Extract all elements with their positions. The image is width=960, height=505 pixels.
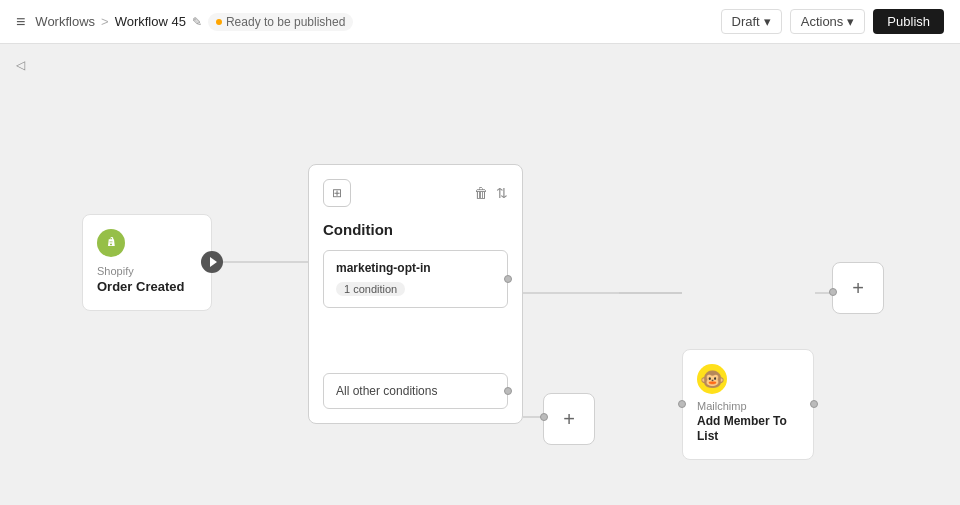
plus-mailchimp-left-dot <box>829 288 837 296</box>
condition-header: ⊞ 🗑 ⇅ <box>323 179 508 207</box>
mailchimp-label: Mailchimp <box>697 400 799 412</box>
condition-title: Condition <box>323 221 508 238</box>
mailchimp-node[interactable]: 🐵 Mailchimp Add Member To List <box>682 349 814 460</box>
topbar-left: ≡ Workflows > Workflow 45 ✎ Ready to be … <box>16 13 353 31</box>
condition-icon: ⊞ <box>332 186 342 200</box>
shopify-label: Shopify <box>97 265 197 277</box>
topbar-right: Draft ▾ Actions ▾ Publish <box>721 9 944 34</box>
status-badge: Ready to be published <box>208 13 353 31</box>
mailchimp-logo: 🐵 <box>697 364 727 394</box>
mailchimp-emoji: 🐵 <box>700 367 725 391</box>
edit-icon[interactable]: ✎ <box>192 15 202 29</box>
breadcrumb-sep: > <box>101 14 109 29</box>
condition-count-badge: 1 condition <box>336 282 405 296</box>
mailchimp-title: Add Member To List <box>697 414 799 445</box>
breadcrumb-workflows[interactable]: Workflows <box>35 14 95 29</box>
condition-delete-button[interactable]: 🗑 <box>474 185 488 201</box>
topbar: ≡ Workflows > Workflow 45 ✎ Ready to be … <box>0 0 960 44</box>
shopify-title: Order Created <box>97 279 197 296</box>
condition-sort-button[interactable]: ⇅ <box>496 185 508 201</box>
condition-header-actions: 🗑 ⇅ <box>474 185 508 201</box>
shopify-play-button[interactable] <box>201 251 223 273</box>
plus-mailchimp-node[interactable]: + <box>832 262 884 314</box>
shopify-node[interactable]: Shopify Order Created <box>82 214 212 311</box>
actions-button[interactable]: Actions ▾ <box>790 9 866 34</box>
status-label: Ready to be published <box>226 15 345 29</box>
mailchimp-left-dot <box>678 400 686 408</box>
collapse-button[interactable]: ◁ <box>12 56 29 74</box>
condition-node[interactable]: ⊞ 🗑 ⇅ Condition marketing-opt-in 1 condi… <box>308 164 523 424</box>
workflow-name: Workflow 45 <box>115 14 186 29</box>
condition-spacer <box>323 318 508 373</box>
plus-other-left-dot <box>540 413 548 421</box>
plus-other-node[interactable]: + <box>543 393 595 445</box>
condition-card-title: marketing-opt-in <box>336 261 495 275</box>
shopify-logo <box>97 229 125 257</box>
condition-card-2[interactable]: All other conditions <box>323 373 508 409</box>
card2-right-dot <box>504 387 512 395</box>
canvas-area: ◁ Shopify Order Created ⊞ <box>0 44 960 505</box>
condition-other-title: All other conditions <box>336 384 495 398</box>
shopify-icon <box>102 234 120 252</box>
condition-icons-left: ⊞ <box>323 179 351 207</box>
draft-button[interactable]: Draft ▾ <box>721 9 782 34</box>
mailchimp-right-dot <box>810 400 818 408</box>
card1-right-dot <box>504 275 512 283</box>
condition-card-1[interactable]: marketing-opt-in 1 condition <box>323 250 508 308</box>
menu-icon[interactable]: ≡ <box>16 13 25 31</box>
publish-button[interactable]: Publish <box>873 9 944 34</box>
status-dot <box>216 19 222 25</box>
condition-icon-box: ⊞ <box>323 179 351 207</box>
